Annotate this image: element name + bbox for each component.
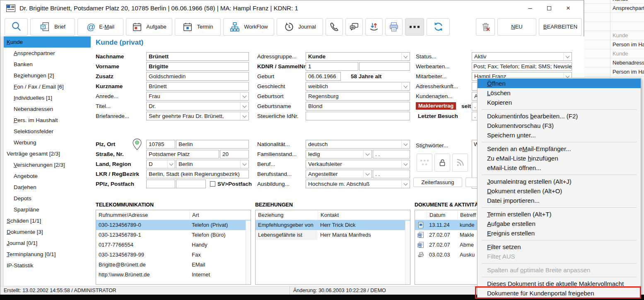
chevron-down-icon[interactable] [167,160,175,168]
refresh-button[interactable] [427,18,450,36]
table-row[interactable]: 0177-7766554Handy [96,240,251,250]
phone-button[interactable] [326,18,343,36]
sidebar-item[interactable]: Werbung [4,137,91,148]
kurzname-input[interactable]: Brünett [146,82,249,91]
sidebar-item[interactable]: Dokumente [3] [4,226,91,238]
sidebar-item[interactable]: Fon / Fax / Email [6] [4,81,91,92]
table-scrollbar[interactable] [246,221,251,284]
menu-item[interactable]: Zu eMail-Liste hinzufügen [478,154,641,163]
sammelnr-input[interactable] [359,62,410,71]
menu-item[interactable]: eMail-Liste öffnen... [478,163,641,173]
pplz-input[interactable] [146,180,175,188]
chevron-down-icon[interactable] [363,170,371,178]
background-list-row[interactable] [584,13,644,22]
delete-button[interactable] [476,18,495,36]
land-select[interactable]: D [146,160,175,168]
ort-input[interactable]: Berlin [176,140,249,149]
adressgruppe-select[interactable]: Kunde [306,52,410,61]
search-button[interactable] [5,18,28,36]
workflow-button[interactable]: WorkFlow [223,18,274,36]
background-list-row[interactable]: Kunde [584,31,644,40]
menu-item[interactable]: Dokumentinfos bearbeiten... (F2) [478,111,641,121]
menu-item[interactable]: Speichern unter... [478,130,641,140]
maximize-button[interactable] [540,2,559,14]
familienstand-select[interactable]: ledig [306,150,372,158]
map-pin-icon[interactable] [132,138,142,152]
sidebar-item[interactable]: IP-Statistik [4,260,91,271]
menu-item[interactable]: Datei importieren... [478,196,641,205]
nachname-input[interactable]: Brünett [146,52,249,61]
chevron-down-icon[interactable] [363,150,371,158]
plz-input[interactable]: 10785 [146,140,175,149]
sidebar-item[interactable]: Depots [4,193,91,204]
sms-chat-button[interactable] [345,18,363,36]
bearbeiten-button[interactable]: BEARBEITEN [539,18,582,36]
aufgabe-button[interactable]: Aufgabe [126,18,172,36]
anrede-select[interactable]: Frau [146,92,249,101]
strasse-input[interactable]: Potsdamer Platz [146,150,219,158]
email-button[interactable]: @ E-Mail [77,18,123,36]
sidebar-item[interactable]: Schäden [1/1] [4,215,91,226]
geschlecht-select[interactable]: weiblich [306,82,410,91]
chevron-down-icon[interactable] [401,53,410,60]
chevron-down-icon[interactable] [563,53,572,60]
kdnr-input[interactable]: 1 [306,62,358,71]
menu-item[interactable]: Kopieren [478,98,641,107]
print-button[interactable] [385,18,403,36]
postfach-input[interactable] [176,180,206,188]
table-row[interactable]: 030-123456789-99Fax [96,250,251,260]
background-list-row[interactable]: Person im Ha [584,67,644,77]
sidebar-item[interactable]: Nebenadressen [4,103,91,115]
sidebar-item[interactable]: Darlehen [4,182,91,193]
brief-button[interactable]: T Brief [30,18,75,36]
chevron-down-icon[interactable] [401,180,410,188]
rss-button[interactable] [452,154,468,172]
berufsstand-datum-input[interactable]: . . [373,170,410,178]
chevron-down-icon[interactable] [240,92,248,100]
column-header[interactable]: Kontakt [318,210,405,220]
menu-item[interactable]: Öffnen [478,79,641,88]
menu-item[interactable]: Senden an eMail-Empfänger... [478,144,641,154]
geburtsort-input[interactable]: Regensburg [306,92,410,101]
background-list-row[interactable]: Kunde [584,0,644,4]
titel-select[interactable]: Dr. [146,102,249,110]
chevron-down-icon[interactable] [401,140,410,148]
sidebar-scrollbar[interactable] [0,36,4,286]
menu-item[interactable]: Termin erstellen (Alt+T) [478,209,641,219]
sidebar-item[interactable]: Pers. im Haushalt [4,115,91,126]
column-header[interactable] [415,210,427,220]
menu-item[interactable]: Dokument erstellen (Alt+O) [478,186,641,196]
background-list-row[interactable]: Nebenadress [584,58,644,67]
background-list-row[interactable]: Kunde [584,49,644,58]
neu-button[interactable]: NEU [497,18,536,36]
chevron-down-icon[interactable] [240,112,248,120]
briefanrede-select[interactable]: Sehr geehrte Frau Dr. Brünett, [146,112,249,120]
beruf-select[interactable]: Verkaufsleiter [306,160,410,168]
lkr-input[interactable]: Berlin, Stadt (kein Regierungsbezirk) [146,170,249,178]
table-row[interactable]: Lebensgefährte istHerr Manta Manfreds [256,230,410,240]
close-button[interactable]: × [559,2,578,14]
menu-item[interactable]: Aufgabe erstellen [478,219,641,228]
sidebar-item[interactable]: Terminplanung [0/1] [4,249,91,260]
rating-stars-button[interactable]: ★★★★★ [417,154,432,172]
sidebar-item[interactable]: Kunde [4,36,91,48]
sidebar-item[interactable]: Individuelles [1] [4,92,91,103]
column-header[interactable]: Beziehung [256,210,318,220]
werbearten-input[interactable]: Post; Fax; Telefon; Email; SMS; Newslett… [472,62,572,71]
chevron-down-icon[interactable] [240,102,248,110]
vorname-input[interactable]: Brigitte [146,62,249,71]
hausnr-input[interactable]: 20 [220,150,249,158]
region-select[interactable]: Berlin [176,160,249,168]
steuer-id-input[interactable] [306,112,410,120]
table-row[interactable]: Empfehlungsgeber vonHerr Trick Dick [256,220,410,230]
zeiterfassung-button[interactable]: Zeiterfassung [413,178,462,187]
sidebar-item[interactable]: Versicherungen [2/3] [4,159,91,170]
journal-button[interactable]: Journal [277,18,323,36]
background-list-row[interactable]: Ansprechpart [584,4,644,13]
minimize-button[interactable]: – [521,2,540,14]
column-header[interactable]: Art [189,210,246,220]
sidebar-item[interactable]: Ansprechpartner [4,48,91,59]
geburt-input[interactable]: 06.06.1966 [306,72,341,81]
sidebar-item[interactable]: Verträge gesamt [2/3] [4,148,91,159]
menu-item[interactable]: Dokumentvorschau (F3) [478,121,641,130]
